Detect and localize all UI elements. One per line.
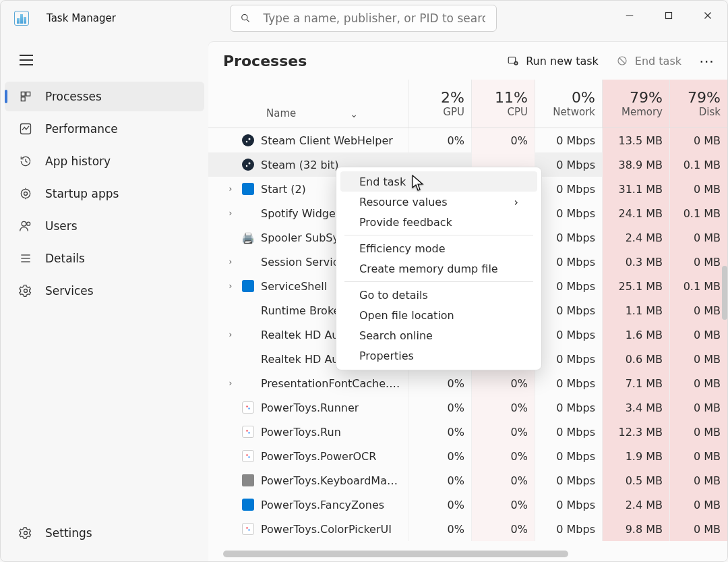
nav-app-history[interactable]: App history (5, 146, 204, 176)
nav-processes[interactable]: Processes (5, 82, 204, 111)
col-memory[interactable]: 79%Memory (602, 80, 669, 128)
table-row[interactable]: ›PresentationFontCache.exe0%0%0 Mbps7.1 … (208, 371, 727, 395)
nav-users[interactable]: Users (5, 211, 204, 241)
ctx-properties[interactable]: Properties (340, 345, 537, 366)
svg-point-15 (27, 222, 30, 225)
chevron-right-icon: › (514, 196, 518, 208)
expand-toggle[interactable]: › (226, 378, 235, 388)
expand-toggle[interactable]: › (226, 208, 235, 218)
nav-details[interactable]: Details (5, 244, 204, 273)
search-box[interactable] (230, 5, 497, 32)
table-row[interactable]: PowerToys.FancyZones0%0%0 Mbps2.4 MB0 MB (208, 493, 727, 517)
svg-rect-41 (249, 457, 250, 458)
svg-rect-38 (249, 432, 250, 434)
nav-settings[interactable]: Settings (5, 518, 204, 548)
horizontal-scrollbar-thumb[interactable] (223, 551, 568, 557)
cell-disk: 0 MB (669, 395, 727, 420)
cell-memory: 7.1 MB (602, 371, 669, 395)
run-new-task-button[interactable]: Run new task (507, 55, 599, 67)
cell-disk: 0.1 MB (669, 274, 727, 298)
col-disk[interactable]: 79%Disk (669, 80, 727, 128)
ctx-efficiency-mode[interactable]: Efficiency mode (340, 238, 537, 258)
ctx-go-to-details[interactable]: Go to details (340, 285, 537, 305)
cell-name: PowerToys.FancyZones (208, 493, 408, 517)
cell-name: PowerToys.PowerOCR (208, 444, 408, 468)
sidebar: Processes Performance App history Startu… (1, 36, 208, 561)
process-name: PowerToys.PowerOCR (261, 450, 376, 463)
cell-gpu: 0% (408, 371, 471, 395)
svg-point-19 (24, 289, 28, 293)
col-cpu[interactable]: 11%CPU (471, 80, 535, 128)
expand-toggle[interactable]: › (226, 330, 235, 339)
cell-memory: 1.1 MB (602, 298, 669, 322)
svg-point-32 (246, 165, 248, 167)
vertical-scrollbar[interactable] (722, 266, 727, 320)
col-gpu[interactable]: 2%GPU (408, 80, 471, 128)
ctx-provide-feedback[interactable]: Provide feedback (340, 212, 537, 232)
svg-rect-43 (247, 528, 248, 529)
cell-disk: 0 MB (669, 250, 727, 274)
col-network[interactable]: 0%Network (535, 80, 602, 128)
minimize-button[interactable] (610, 1, 649, 30)
svg-rect-3 (666, 13, 672, 19)
cell-network: 0 Mbps (535, 298, 602, 322)
table-row[interactable]: PowerToys.KeyboardManager…0%0%0 Mbps0.5 … (208, 468, 727, 493)
cell-network: 0 Mbps (535, 322, 602, 347)
nav-startup-apps[interactable]: Startup apps (5, 179, 204, 208)
expand-toggle[interactable]: › (226, 281, 235, 291)
cell-name: PowerToys.Run (208, 420, 408, 444)
search-input[interactable] (262, 11, 487, 26)
ctx-create-dump[interactable]: Create memory dump file (340, 258, 537, 279)
ctx-end-task[interactable]: End task (340, 171, 537, 192)
end-task-button[interactable]: End task (616, 55, 681, 67)
nav-label: Users (45, 219, 78, 233)
cell-cpu: 0% (471, 420, 535, 444)
cell-network: 0 Mbps (535, 420, 602, 444)
cell-name: Steam Client WebHelper (208, 128, 408, 152)
table-row[interactable]: PowerToys.Runner0%0%0 Mbps3.4 MB0 MB (208, 395, 727, 420)
horizontal-scrollbar-track[interactable] (223, 551, 717, 557)
cell-memory: 0.6 MB (602, 347, 669, 371)
expand-toggle[interactable]: › (226, 257, 235, 266)
svg-rect-42 (245, 526, 251, 532)
process-icon (242, 329, 254, 341)
table-row[interactable]: PowerToys.ColorPickerUI0%0%0 Mbps9.8 MB0… (208, 517, 727, 541)
cell-cpu: 0% (471, 493, 535, 517)
ctx-search-online[interactable]: Search online (340, 325, 537, 345)
ctx-resource-values[interactable]: Resource values› (340, 192, 537, 212)
process-icon (242, 183, 254, 195)
cell-memory: 0.3 MB (602, 250, 669, 274)
table-row[interactable]: PowerToys.PowerOCR0%0%0 Mbps1.9 MB0 MB (208, 444, 727, 468)
svg-point-11 (24, 192, 28, 196)
maximize-button[interactable] (649, 1, 688, 30)
svg-rect-7 (26, 92, 30, 96)
close-button[interactable] (688, 1, 727, 30)
ctx-open-file-location[interactable]: Open file location (340, 305, 537, 325)
process-icon (242, 499, 254, 511)
table-row[interactable]: PowerToys.Run0%0%0 Mbps12.3 MB0 MB (208, 420, 727, 444)
cell-disk: 0 MB (669, 347, 727, 371)
svg-rect-35 (249, 408, 250, 410)
users-icon (18, 219, 33, 233)
col-name[interactable]: Name ⌄ (208, 80, 408, 128)
app-title: Task Manager (47, 12, 116, 24)
cell-memory: 25.1 MB (602, 274, 669, 298)
cell-network: 0 Mbps (535, 517, 602, 541)
cell-network: 0 Mbps (535, 444, 602, 468)
hamburger-button[interactable] (11, 45, 41, 75)
table-row[interactable]: Steam Client WebHelper0%0%0 Mbps13.5 MB0… (208, 128, 727, 152)
end-task-label: End task (635, 55, 681, 67)
svg-point-20 (24, 532, 28, 535)
process-name: Session Service (261, 256, 345, 269)
cell-network: 0 Mbps (535, 493, 602, 517)
nav-label: Services (45, 284, 94, 298)
process-name: PowerToys.ColorPickerUI (261, 523, 392, 536)
process-name: PowerToys.Runner (261, 401, 359, 414)
cell-disk: 0 MB (669, 177, 727, 201)
nav-services[interactable]: Services (5, 276, 204, 306)
more-options-button[interactable]: ⋯ (699, 53, 715, 69)
nav-performance[interactable]: Performance (5, 114, 204, 144)
cell-name: ›PresentationFontCache.exe (208, 371, 408, 395)
expand-toggle[interactable]: › (226, 184, 235, 194)
settings-icon (18, 526, 33, 540)
